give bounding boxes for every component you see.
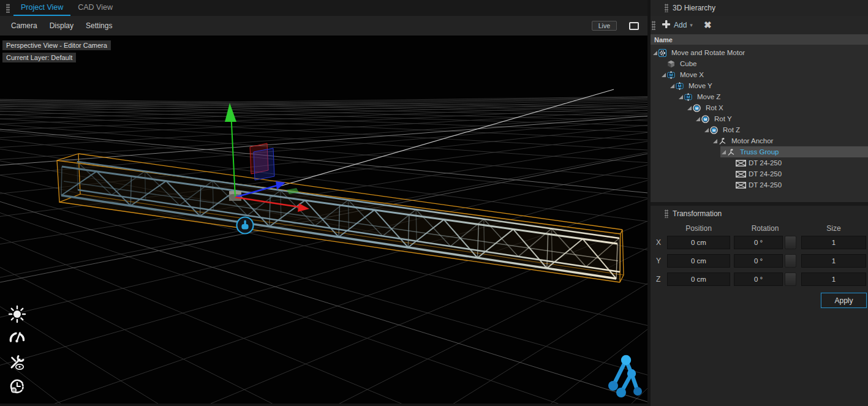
- viewport-column: Project View CAD View Camera Display Set…: [0, 0, 647, 406]
- transformation-body: Position Rotation Size XYZ Apply: [651, 222, 868, 406]
- size-input-y[interactable]: [801, 254, 866, 268]
- view-camera-label: Perspective View - Editor Camera: [2, 40, 111, 50]
- tree-item-label: DT 24-250: [747, 170, 782, 178]
- apply-button[interactable]: Apply: [821, 293, 867, 308]
- tree-item-label: Move Y: [687, 82, 712, 89]
- size-input-z[interactable]: [801, 273, 866, 286]
- rotation-options-button-x[interactable]: [785, 236, 796, 249]
- tree-item-truss-group[interactable]: Truss Group: [651, 146, 868, 157]
- tree-item-cube[interactable]: Cube: [651, 58, 868, 69]
- motor-move-icon: M: [667, 71, 679, 79]
- tree-item-label: Rot X: [704, 104, 723, 111]
- motor-rotate-icon: M: [710, 126, 722, 134]
- expander-icon[interactable]: [703, 128, 710, 132]
- menu-camera[interactable]: Camera: [11, 21, 37, 30]
- anchor-icon: [727, 148, 739, 156]
- cube-icon: [667, 60, 679, 68]
- motor-rotate-icon: M: [693, 104, 704, 112]
- tree-item-label: DT 24-250: [747, 181, 782, 189]
- viewport-menubar: Camera Display Settings Live: [0, 16, 647, 36]
- gizmo-plane-blue[interactable]: [254, 148, 274, 180]
- motor-rotate-icon: M: [701, 115, 713, 123]
- pan-cursor-icon[interactable]: [237, 217, 254, 234]
- tree-item-move-x[interactable]: MMove X: [651, 69, 868, 80]
- axis-label-z: Z: [656, 275, 660, 284]
- transformation-panel: Transformation Position Rotation Size XY…: [651, 206, 868, 406]
- tree-item-motor-anchor[interactable]: Motor Anchor: [651, 135, 868, 146]
- transform-row-x: X: [651, 236, 868, 249]
- drag-handle-icon[interactable]: [652, 21, 655, 30]
- tree-item-move-y[interactable]: MMove Y: [651, 80, 868, 91]
- tree-item-rot-x[interactable]: MRot X: [651, 102, 868, 113]
- tree-item-label: Cube: [679, 60, 697, 67]
- tree-item-rot-y[interactable]: MRot Y: [651, 113, 868, 124]
- position-input-z[interactable]: [667, 273, 730, 286]
- transformation-panel-header: Transformation: [651, 206, 868, 222]
- rotation-options-button-y[interactable]: [785, 254, 796, 268]
- sun-brightness-icon[interactable]: [9, 306, 25, 322]
- drag-handle-icon[interactable]: [665, 4, 668, 12]
- size-input-x[interactable]: [801, 236, 866, 249]
- svg-text:M: M: [712, 128, 715, 132]
- expander-icon[interactable]: [712, 139, 719, 143]
- position-input-x[interactable]: [667, 236, 730, 249]
- svg-text:M: M: [677, 83, 681, 89]
- rotation-input-z[interactable]: [734, 273, 783, 286]
- chevron-down-icon: ▾: [690, 22, 693, 28]
- tree-item-label: DT 24-250: [747, 159, 782, 167]
- maximize-icon[interactable]: [629, 22, 639, 30]
- view-tabbar: Project View CAD View: [0, 0, 647, 16]
- truss-icon: [736, 171, 747, 178]
- tree-item-label: Move and Rotate Motor: [670, 49, 745, 56]
- hierarchy-panel: 3D Hierarchy Add ▾ ✖ Name Move and Rotat…: [651, 0, 868, 202]
- scene-canvas[interactable]: [0, 36, 647, 406]
- rotation-input-x[interactable]: [734, 236, 783, 249]
- truss-icon: [736, 160, 747, 167]
- transform-row-y: Y: [651, 254, 868, 268]
- expander-icon[interactable]: [669, 84, 676, 88]
- tree-item-dt-24-250[interactable]: DT 24-250: [651, 157, 868, 168]
- menu-settings[interactable]: Settings: [86, 21, 112, 30]
- current-layer-label: Current Layer: Default: [2, 53, 76, 62]
- tree-item-label: Motor Anchor: [730, 137, 773, 145]
- live-button[interactable]: Live: [592, 21, 617, 31]
- expander-icon[interactable]: [652, 51, 659, 55]
- svg-text:M: M: [669, 72, 673, 78]
- side-panel: 3D Hierarchy Add ▾ ✖ Name Move and Rotat…: [647, 0, 868, 406]
- menu-display[interactable]: Display: [50, 21, 74, 30]
- motor-move-icon: M: [676, 82, 687, 90]
- tree-item-move-and-rotate-motor[interactable]: Move and Rotate Motor: [651, 47, 868, 58]
- add-button[interactable]: Add ▾: [659, 18, 695, 32]
- expander-icon[interactable]: [677, 95, 684, 99]
- position-column-header: Position: [667, 224, 730, 234]
- expander-icon[interactable]: [720, 150, 727, 154]
- add-button-label: Add: [674, 21, 687, 29]
- tree-item-move-z[interactable]: MMove Z: [651, 91, 868, 102]
- drag-handle-icon[interactable]: [6, 4, 10, 13]
- rotation-column-header: Rotation: [734, 224, 796, 234]
- motor-move-icon: M: [684, 93, 696, 101]
- tab-cad-view[interactable]: CAD View: [70, 1, 120, 16]
- tab-project-view[interactable]: Project View: [13, 1, 70, 16]
- tree-item-dt-24-250[interactable]: DT 24-250: [651, 179, 868, 190]
- viewport-3d[interactable]: Perspective View - Editor Camera Current…: [0, 36, 647, 406]
- plus-icon: [662, 20, 671, 31]
- expander-icon[interactable]: [660, 73, 667, 77]
- rotation-input-y[interactable]: [734, 254, 783, 268]
- expander-icon[interactable]: [686, 106, 693, 110]
- position-input-y[interactable]: [667, 254, 730, 268]
- anchor-icon: [719, 137, 730, 145]
- hierarchy-tree: Move and Rotate MotorCubeMMove XMMove YM…: [651, 45, 868, 202]
- svg-text:M: M: [704, 117, 707, 121]
- tree-item-dt-24-250[interactable]: DT 24-250: [651, 168, 868, 179]
- tree-item-rot-z[interactable]: MRot Z: [651, 124, 868, 135]
- drag-handle-icon[interactable]: [665, 209, 668, 218]
- motor-gear-icon: [659, 49, 670, 57]
- transform-row-z: Z: [651, 273, 868, 286]
- tree-item-label: Move X: [679, 71, 704, 78]
- rotation-options-button-z[interactable]: [785, 273, 796, 286]
- hierarchy-toolbar: Add ▾ ✖: [651, 16, 868, 34]
- application-window: Project View CAD View Camera Display Set…: [0, 0, 868, 406]
- delete-button[interactable]: ✖: [701, 20, 714, 31]
- expander-icon[interactable]: [695, 117, 701, 121]
